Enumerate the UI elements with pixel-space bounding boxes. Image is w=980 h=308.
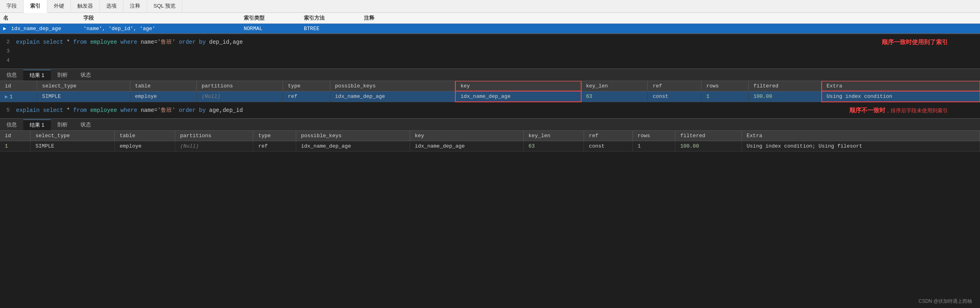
td-possible-keys-1: idx_name_dep_age: [330, 91, 455, 102]
th-id-2: id: [0, 131, 30, 141]
td-rows-2: 1: [632, 141, 675, 152]
td-partitions-1: (Null): [197, 91, 283, 102]
result-tab-info-1[interactable]: 信息: [0, 70, 23, 81]
sql-code-2: explain select * from employee where nam…: [16, 38, 980, 47]
index-grid-header: 名 字段 索引类型 索引方法 注释: [0, 13, 980, 24]
sql-line-3: 3: [0, 47, 980, 56]
td-filtered-2: 100.00: [675, 141, 742, 152]
col-fields: 字段: [83, 14, 244, 22]
col-method: 索引方法: [304, 14, 364, 22]
tab-triggers[interactable]: 触发器: [71, 0, 100, 12]
th-table-1: table: [130, 81, 196, 91]
th-extra-2: Extra: [742, 131, 980, 141]
tab-foreign-key[interactable]: 外键: [47, 0, 71, 12]
td-select-type-2: SIMPLE: [30, 141, 115, 152]
index-grid: 名 字段 索引类型 索引方法 注释 ▶ idx_name_dep_age 'na…: [0, 13, 980, 33]
tab-comments[interactable]: 注释: [123, 0, 147, 12]
td-possible-keys-2: idx_name_dep_age: [296, 141, 410, 152]
td-extra-1: Using index condition: [822, 91, 980, 102]
td-type-2: ref: [253, 141, 296, 152]
sql-line-5: 5 explain select * from employee where n…: [0, 105, 980, 115]
th-partitions-2: partitions: [175, 131, 253, 141]
line-num-2: 2: [0, 38, 16, 47]
result-header-row-1: id select_type table partitions type pos…: [0, 81, 980, 91]
index-row-name: ▶ idx_name_dep_age: [3, 25, 83, 32]
index-row-method: BTREE: [304, 26, 364, 32]
td-key-len-1: 63: [581, 91, 648, 102]
tab-sql-preview[interactable]: SQL 预览: [147, 0, 182, 12]
th-possible-keys-2: possible_keys: [296, 131, 410, 141]
row-arrow: ▶: [3, 25, 6, 32]
td-select-type-1: SIMPLE: [37, 91, 130, 102]
td-filtered-1: 100.00: [748, 91, 822, 102]
sql-section-2: 5 explain select * from employee where n…: [0, 102, 980, 152]
td-ref-1: const: [648, 91, 701, 102]
sql-editor-2: 5 explain select * from employee where n…: [0, 102, 980, 118]
td-type-1: ref: [283, 91, 330, 102]
th-select-type-2: select_type: [30, 131, 115, 141]
index-row-0[interactable]: ▶ idx_name_dep_age 'name', 'dep_id', 'ag…: [0, 24, 980, 33]
result-data-row-1: ▶1 SIMPLE employe (Null) ref idx_name_de…: [0, 91, 980, 102]
result-tabs-2: 信息 结果 1 剖析 状态: [0, 118, 980, 131]
th-ref-1: ref: [648, 81, 701, 91]
td-rows-1: 1: [701, 91, 748, 102]
tab-index[interactable]: 索引: [24, 0, 47, 13]
result-tab-status-2[interactable]: 状态: [74, 120, 97, 130]
td-key-len-2: 63: [523, 141, 584, 152]
th-id-1: id: [0, 81, 37, 91]
sql-line-4: 4: [0, 56, 980, 65]
sql-editor-1: 2 explain select * from employee where n…: [0, 34, 980, 69]
td-table-1: employe: [130, 91, 196, 102]
sql-line-2: 2 explain select * from employee where n…: [0, 37, 980, 47]
result-tabs-1: 信息 结果 1 剖析 状态: [0, 69, 980, 81]
th-ref-2: ref: [584, 131, 632, 141]
result-tab-profile-1[interactable]: 剖析: [51, 70, 74, 81]
result-table-1: id select_type table partitions type pos…: [0, 81, 980, 102]
line-num-3: 3: [0, 47, 16, 56]
th-filtered-1: filtered: [748, 81, 822, 91]
th-rows-2: rows: [632, 131, 675, 141]
th-possible-keys-1: possible_keys: [330, 81, 455, 91]
col-comment: 注释: [364, 14, 444, 22]
col-type: 索引类型: [244, 14, 304, 22]
td-id-1: ▶1: [0, 91, 37, 102]
sql-code-5: explain select * from employee where nam…: [16, 106, 980, 115]
td-partitions-2: (Null): [175, 141, 253, 152]
th-select-type-1: select_type: [37, 81, 130, 91]
th-type-2: type: [253, 131, 296, 141]
th-partitions-1: partitions: [197, 81, 283, 91]
td-key-2: idx_name_dep_age: [410, 141, 523, 152]
th-rows-1: rows: [701, 81, 748, 91]
index-table-section: 字段 索引 外键 触发器 选项 注释 SQL 预览 名 字段 索引类型 索引方法…: [0, 0, 980, 34]
th-key-len-2: key_len: [523, 131, 584, 141]
th-key-2: key: [410, 131, 523, 141]
tabs-bar: 字段 索引 外键 触发器 选项 注释 SQL 预览: [0, 0, 980, 13]
index-row-type: NORMAL: [244, 26, 304, 32]
result-table-2: id select_type table partitions type pos…: [0, 131, 980, 152]
result-tab-profile-2[interactable]: 剖析: [51, 120, 74, 130]
td-ref-2: const: [584, 141, 632, 152]
line-num-5: 5: [0, 106, 16, 115]
result-table-container-1: id select_type table partitions type pos…: [0, 81, 980, 102]
col-name: 名: [3, 14, 83, 22]
td-extra-2: Using index condition; Using filesort: [742, 141, 980, 152]
result-tab-result-2[interactable]: 结果 1: [23, 120, 51, 130]
tab-options[interactable]: 选项: [100, 0, 123, 12]
th-type-1: type: [283, 81, 330, 91]
result-tab-status-1[interactable]: 状态: [74, 70, 97, 81]
td-id-2: 1: [0, 141, 30, 152]
index-row-fields: 'name', 'dep_id', 'age': [83, 26, 244, 32]
result-tab-info-2[interactable]: 信息: [0, 120, 23, 130]
result-tab-result-1[interactable]: 结果 1: [23, 70, 51, 81]
th-extra-1: Extra: [822, 81, 980, 91]
row-marker-1: ▶: [5, 93, 10, 100]
result-table-container-2: id select_type table partitions type pos…: [0, 131, 980, 152]
watermark: CSDN @伏加特遇上西柚: [918, 298, 972, 305]
th-filtered-2: filtered: [675, 131, 742, 141]
result-data-row-2: 1 SIMPLE employe (Null) ref idx_name_dep…: [0, 141, 980, 152]
td-key-1: idx_name_dep_age: [455, 91, 581, 102]
annotation-1: 顺序一致时使用到了索引: [882, 37, 948, 47]
tab-fields[interactable]: 字段: [0, 0, 24, 12]
td-table-2: employe: [115, 141, 175, 152]
annotation-2: 顺序不一致时，排序后字段未使用到索引: [849, 105, 948, 115]
